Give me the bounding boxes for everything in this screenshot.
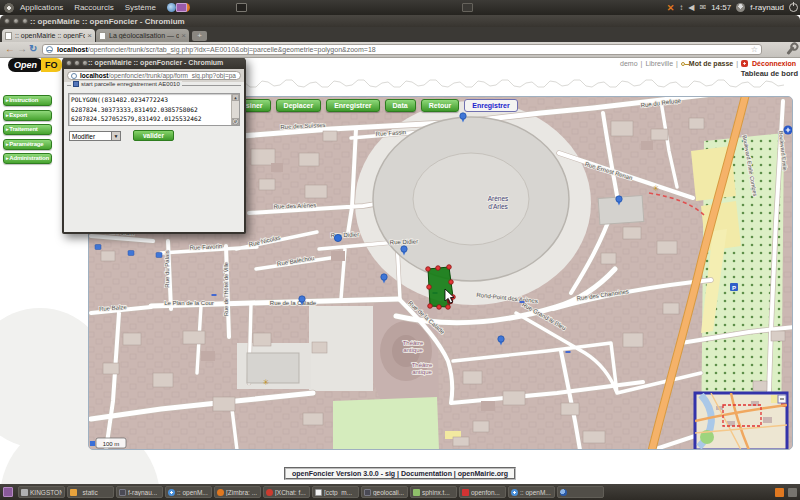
screen-icon — [119, 489, 126, 496]
app-logo-part1: Open — [8, 58, 43, 72]
map-label: Théâtre — [412, 362, 433, 368]
town-hall-building — [247, 353, 299, 383]
tab-close-icon[interactable]: × — [87, 31, 92, 40]
parcel-vertex-handle[interactable] — [449, 280, 454, 285]
task-buttons: KINGSTON_staticf-raynau...:: openM...[Zi… — [18, 486, 606, 498]
parcel-vertex-handle[interactable] — [436, 266, 441, 271]
topbar-menu[interactable]: Applications — [20, 3, 63, 12]
footer-link[interactable]: openFoncier Version 3.0.0 - sig — [292, 470, 395, 477]
bookmark-star-icon[interactable]: ☆ — [751, 45, 758, 54]
validate-button[interactable]: valider — [133, 130, 174, 141]
sidebar-item-administration[interactable]: ▸Administration — [3, 153, 52, 164]
taskbar-item-label: openfon... — [471, 489, 500, 496]
back-button[interactable]: ← — [5, 43, 15, 54]
map-tool-enregistrer[interactable]: Enregistrer — [464, 99, 517, 112]
taskbar-item[interactable]: :: openM... — [165, 486, 212, 498]
power-icon[interactable] — [789, 3, 798, 12]
app-window-icon[interactable] — [462, 3, 473, 12]
parcel-vertex-handle[interactable] — [447, 265, 452, 270]
password-link[interactable]: Mot de passe — [689, 60, 733, 67]
parcel-vertex-handle[interactable] — [446, 305, 451, 310]
desktop-menus: ApplicationsRaccourcisSystème — [20, 3, 167, 12]
tab-close-icon[interactable]: × — [181, 31, 186, 40]
terminal-app-icon[interactable] — [236, 3, 247, 12]
taskbar-item[interactable]: [cctp_m... — [312, 486, 359, 498]
user-avatar-icon[interactable] — [736, 3, 745, 12]
resize-grip[interactable] — [233, 119, 239, 125]
parcel-vertex-handle[interactable] — [428, 304, 433, 309]
clock[interactable]: 14:57 — [711, 3, 731, 12]
topbar-menu[interactable]: Raccourcis — [74, 3, 114, 12]
scroll-up-icon[interactable]: ▲ — [232, 94, 239, 101]
window-close-icon[interactable] — [4, 18, 10, 24]
url-host: localhost — [57, 46, 88, 53]
display-app-icon[interactable] — [176, 3, 187, 12]
taskbar-item[interactable]: openfon... — [459, 486, 506, 498]
popup-maximize-icon[interactable] — [82, 60, 88, 66]
volume-icon[interactable]: ◀ — [688, 3, 694, 12]
forward-button[interactable]: → — [17, 43, 27, 54]
taskbar-item[interactable]: f-raynau... — [116, 486, 163, 498]
network-icon[interactable]: ↕ — [679, 3, 683, 12]
taskbar-item[interactable]: KINGSTON — [18, 486, 65, 498]
browser-tab[interactable]: La géolocalisation — op...× — [96, 29, 189, 42]
action-select[interactable]: Modifier ▼ — [69, 131, 121, 141]
window-minimize-icon[interactable] — [13, 18, 19, 24]
parcel-vertex-handle[interactable] — [427, 285, 432, 290]
workspace-switcher-icon[interactable] — [3, 487, 13, 497]
taskbar-item[interactable]: _static — [67, 486, 114, 498]
map-tool-retour[interactable]: Retour — [421, 99, 460, 112]
xchat-tray-icon[interactable]: ✕ — [667, 3, 675, 13]
browser-tab[interactable]: :: openMairie :: openFon...× — [2, 29, 95, 42]
map-tool-enregistrer[interactable]: Enregistrer — [326, 99, 379, 112]
sidebar-item-instruction[interactable]: ▸Instruction — [3, 95, 52, 106]
taskbar-item[interactable] — [557, 486, 604, 498]
parcel-vertex-handle[interactable] — [437, 305, 442, 310]
sidebar-item-paramétrage[interactable]: ▸Paramétrage — [3, 139, 52, 150]
sidebar-item-traitement[interactable]: ▸Traitement — [3, 124, 52, 135]
overview-minimap[interactable] — [695, 393, 787, 450]
parking-icon: P — [730, 283, 738, 291]
taskbar-item-label: f-raynau... — [128, 489, 157, 496]
notification-icon[interactable] — [775, 488, 784, 497]
taskbar-item[interactable]: sphinx.t... — [410, 486, 457, 498]
folder-icon — [70, 489, 77, 496]
geometry-textarea[interactable]: POLYGON((831482.02347722436287824.303733… — [68, 93, 240, 126]
taskbar-item[interactable]: geolocali... — [361, 486, 408, 498]
taskbar-item[interactable]: [XChat: f... — [263, 486, 310, 498]
help-app-icon[interactable] — [167, 3, 176, 12]
footer-link[interactable]: Documentation — [401, 470, 452, 477]
poi-square-icon[interactable] — [156, 253, 162, 258]
map-tool-data[interactable]: Data — [385, 99, 416, 112]
taskbar-item[interactable]: [Zimbra: ... — [214, 486, 261, 498]
address-bar[interactable]: localhost/openfoncier/trunk/scr/tab_sig.… — [42, 44, 762, 55]
popup-minimize-icon[interactable] — [74, 60, 80, 66]
tab-favicon — [99, 32, 106, 40]
reload-button[interactable]: ↻ — [29, 43, 37, 54]
popup-window[interactable]: :: openMairie :: openFoncier - Chromium … — [62, 57, 246, 234]
map-marker-dot[interactable] — [334, 234, 341, 241]
poi-square-icon[interactable] — [128, 251, 134, 256]
zimbra-icon — [217, 489, 224, 496]
map-label: Rue du Palais — [164, 250, 170, 287]
map-tool-deplacer[interactable]: Deplacer — [276, 99, 322, 112]
trash-icon[interactable] — [788, 488, 797, 497]
mail-icon[interactable]: ✉ — [699, 3, 706, 12]
distro-logo-icon[interactable] — [4, 3, 14, 13]
parcel-vertex-handle[interactable] — [426, 267, 431, 272]
wrench-menu-icon[interactable] — [786, 46, 794, 55]
new-tab-button[interactable]: + — [192, 31, 207, 41]
session-user-name[interactable]: f-raynaud — [750, 3, 784, 12]
popup-body: start parcelle enregistrement AE0010 POL… — [64, 82, 244, 232]
logout-link[interactable]: Déconnexion — [752, 60, 796, 67]
footer-link[interactable]: openMairie.org — [458, 470, 508, 477]
poi-square-icon[interactable] — [95, 245, 101, 250]
popup-close-icon[interactable] — [66, 60, 72, 66]
browser-titlebar[interactable]: :: openMairie :: openFoncier - Chromium — [0, 15, 800, 27]
window-maximize-icon[interactable] — [22, 18, 28, 24]
popup-titlebar[interactable]: :: openMairie :: openFoncier - Chromium — [62, 57, 246, 69]
parking-letter: P — [732, 285, 736, 291]
taskbar-item[interactable]: :: openM... — [508, 486, 555, 498]
sidebar-item-export[interactable]: ▸Export — [3, 110, 52, 121]
topbar-menu[interactable]: Système — [125, 3, 156, 12]
